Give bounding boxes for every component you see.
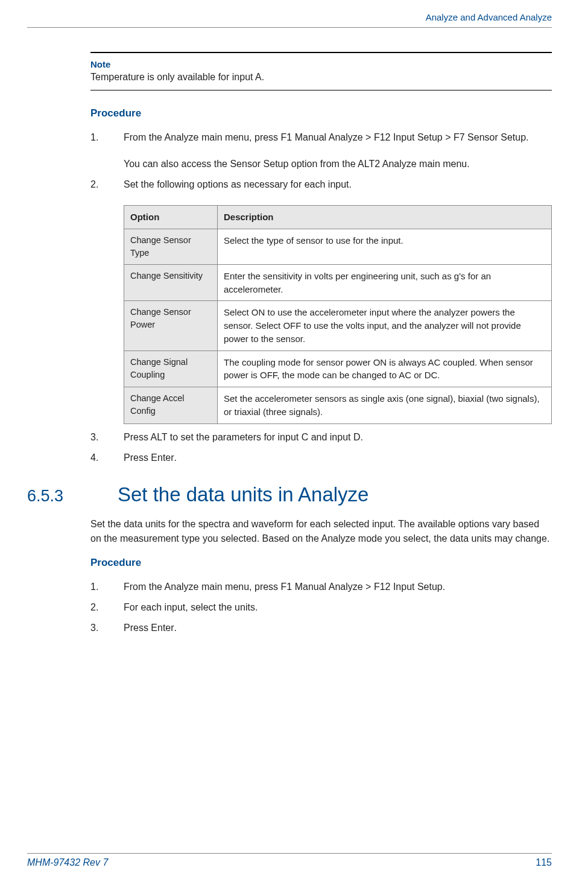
section-title: Set the data units in Analyze <box>118 483 368 506</box>
step-3: Press Enter. <box>90 621 552 635</box>
step-1-text-g: . <box>526 132 528 142</box>
step-1: From the Analyze main menu, press F1 Man… <box>90 580 552 594</box>
step-2: For each input, select the units. <box>90 600 552 615</box>
header-rule <box>27 27 552 28</box>
option-desc: The coupling mode for sensor power ON is… <box>218 351 552 387</box>
ui-f1-manual-analyze: F1 Manual Analyze <box>281 582 363 592</box>
ui-f12-input-setup: F12 Input Setup <box>374 132 443 142</box>
ui-f7-sensor-setup: F7 Sensor Setup <box>454 132 526 142</box>
step-4-text-c: . <box>174 452 177 463</box>
step-1-text-c: > <box>363 132 374 142</box>
step-1-text-e: . <box>443 582 445 592</box>
table-row: Change Sensor Power Select ON to use the… <box>124 301 552 351</box>
step-3-text-a: Press <box>124 623 151 633</box>
table-row: Change Accel Config Set the acceleromete… <box>124 387 552 424</box>
note-block: Note Temperature is only available for i… <box>90 52 552 90</box>
table-row: Change Signal Coupling The coupling mode… <box>124 351 552 387</box>
table-row: Change Sensor Type Select the type of se… <box>124 229 552 264</box>
note-label: Note <box>90 59 552 69</box>
step-1-sub-c: option from the ALT2 Analyze main menu. <box>288 159 469 169</box>
table-header-description: Description <box>218 206 552 229</box>
step-4-text-a: Press <box>124 452 151 463</box>
step-2: Set the following options as necessary f… <box>90 177 552 424</box>
step-4: Press Enter. <box>90 451 552 465</box>
procedure-heading-1: Procedure <box>90 107 552 119</box>
table-header-option: Option <box>124 206 218 229</box>
option-name: Change Sensor Power <box>124 301 218 351</box>
option-name: Change Sensitivity <box>124 264 218 301</box>
footer-page-number: 115 <box>536 857 552 868</box>
step-1-text-e: > <box>443 132 454 142</box>
step-2-text: Set the following options as necessary f… <box>124 179 352 189</box>
step-1-text-c: > <box>363 582 374 592</box>
step-1-text-a: From the Analyze main menu, press <box>124 132 281 142</box>
step-1-text-a: From the Analyze main menu, press <box>124 582 281 592</box>
step-1: From the Analyze main menu, press F1 Man… <box>90 130 552 171</box>
table-row: Change Sensitivity Enter the sensitivity… <box>124 264 552 301</box>
note-text: Temperature is only available for input … <box>90 72 552 83</box>
table-header-row: Option Description <box>124 206 552 229</box>
option-desc: Enter the sensitivity in volts per engin… <box>218 264 552 301</box>
option-desc: Set the accelerometer sensors as single … <box>218 387 552 424</box>
options-table: Option Description Change Sensor Type Se… <box>124 205 552 424</box>
option-name: Change Signal Coupling <box>124 351 218 387</box>
step-3-text-c: . <box>174 623 177 633</box>
section-heading-row: 6.5.3 Set the data units in Analyze <box>27 483 552 506</box>
option-desc: Select ON to use the accelerometer input… <box>218 301 552 351</box>
procedure-heading-2: Procedure <box>90 557 552 569</box>
step-1-subtext: You can also access the Sensor Setup opt… <box>124 157 552 171</box>
procedure-2-steps: From the Analyze main menu, press F1 Man… <box>90 580 552 635</box>
option-name: Change Accel Config <box>124 387 218 424</box>
ui-sensor-setup: Sensor Setup <box>230 159 288 169</box>
footer-doc-id: MHM-97432 Rev 7 <box>27 857 108 868</box>
ui-f12-input-setup: F12 Input Setup <box>374 582 443 592</box>
section-number: 6.5.3 <box>27 487 118 506</box>
procedure-1-steps: From the Analyze main menu, press F1 Man… <box>90 130 552 465</box>
step-3: Press ALT to set the parameters for inpu… <box>90 430 552 445</box>
option-desc: Select the type of sensor to use for the… <box>218 229 552 264</box>
option-name: Change Sensor Type <box>124 229 218 264</box>
step-1-sub-a: You can also access the <box>124 159 230 169</box>
header-section-title: Analyze and Advanced Analyze <box>27 12 552 22</box>
ui-f1-manual-analyze: F1 Manual Analyze <box>281 132 363 142</box>
ui-enter: Enter <box>151 452 174 463</box>
ui-enter: Enter <box>151 623 174 633</box>
page-footer: MHM-97432 Rev 7 115 <box>27 853 552 868</box>
section-body: Set the data units for the spectra and w… <box>90 517 552 546</box>
